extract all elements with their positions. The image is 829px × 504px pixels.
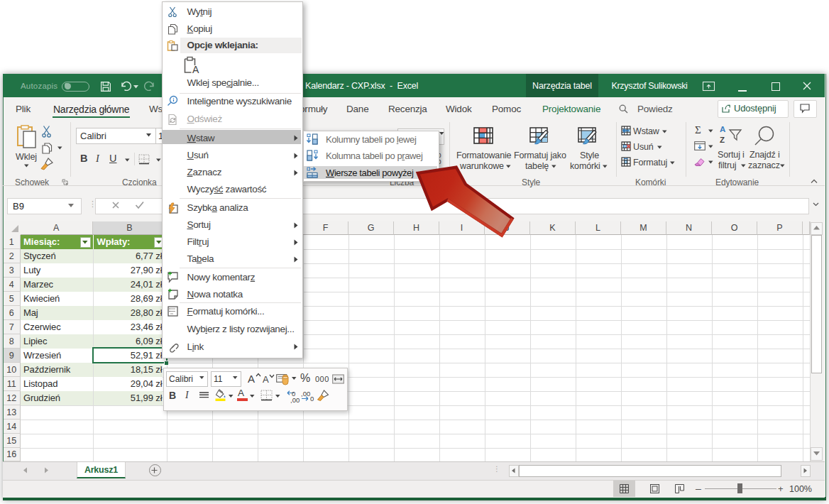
svg-text:A: A: [192, 64, 199, 75]
